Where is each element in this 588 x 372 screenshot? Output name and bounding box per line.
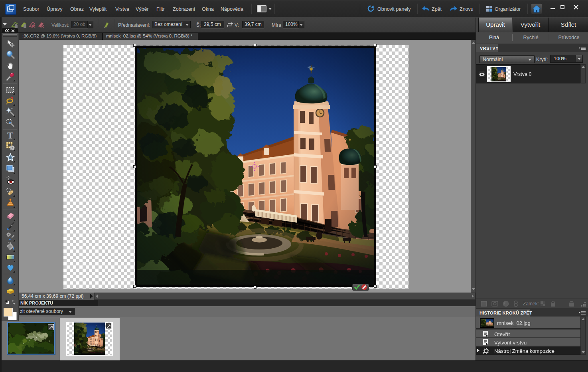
svg-text:Zámek:: Zámek: xyxy=(523,301,539,307)
